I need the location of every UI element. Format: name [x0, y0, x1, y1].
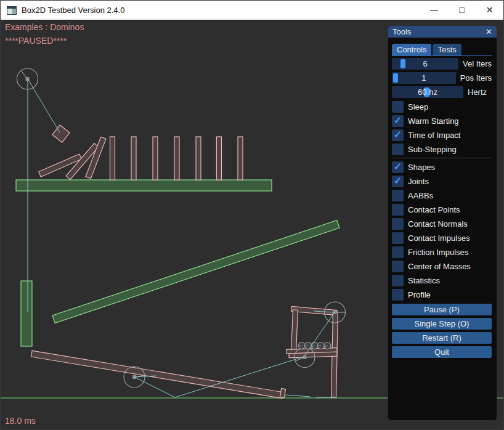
app-icon — [7, 6, 17, 15]
example-label: Examples : Dominos — [5, 22, 84, 32]
slider-value: 1 — [392, 72, 456, 84]
pause-button[interactable]: Pause (P) — [392, 304, 492, 315]
checkbox-row-sub-stepping: Sub-Stepping — [392, 144, 492, 155]
checkbox-label: Sleep — [408, 102, 428, 112]
dynamic-body-rect[interactable] — [153, 137, 158, 180]
checkbox-row-friction-impulses: Friction Impulses — [392, 246, 492, 258]
checkbox-row-statistics: Statistics — [392, 275, 492, 286]
slider-row-vel-iters: 6Vel Iters — [392, 58, 492, 70]
static-body-rect — [16, 180, 272, 191]
single-step-button[interactable]: Single Step (O) — [392, 318, 492, 330]
slider-label: Vel Iters — [463, 59, 492, 68]
checkbox-aabbs[interactable] — [392, 190, 404, 201]
checkbox-shapes[interactable]: ✓ — [392, 161, 404, 173]
dynamic-body-rect[interactable] — [291, 310, 298, 352]
tools-close-icon[interactable]: ✕ — [486, 26, 492, 38]
slider-row-hertz: 60 hzHertz — [392, 86, 492, 98]
checkbox-row-center-of-masses: Center of Masses — [392, 261, 492, 272]
quit-button[interactable]: Quit — [392, 346, 492, 358]
frame-time-label: 18.0 ms — [5, 416, 36, 426]
dynamic-body-rect[interactable] — [174, 137, 179, 180]
checkbox-statistics[interactable] — [392, 275, 404, 286]
check-icon: ✓ — [394, 161, 402, 172]
dynamic-body-rect[interactable] — [217, 137, 222, 180]
window-title: Box2D Testbed Version 2.4.0 — [22, 6, 124, 15]
tools-panel: Tools ✕ ControlsTests 6Vel Iters1Pos Ite… — [388, 25, 497, 421]
check-icon: ✓ — [394, 129, 402, 140]
checkbox-row-contact-normals: Contact Normals — [392, 218, 492, 230]
solver-checkboxes: Sleep✓Warm Starting✓Time of ImpactSub-St… — [392, 101, 492, 155]
maximize-button[interactable]: □ — [448, 1, 476, 20]
slider-pos-iters[interactable]: 1 — [392, 72, 456, 84]
checkbox-label: AABBs — [408, 191, 433, 200]
checkbox-row-contact-points: Contact Points — [392, 204, 492, 216]
slider-label: Hertz — [468, 87, 487, 97]
checkbox-row-time-of-impact: ✓Time of Impact — [392, 129, 492, 141]
check-icon: ✓ — [394, 176, 402, 186]
simulation-canvas[interactable]: Examples : Dominos ****PAUSED**** 18.0 m… — [1, 20, 504, 430]
checkbox-label: Profile — [408, 290, 431, 299]
checkbox-profile[interactable] — [392, 289, 404, 301]
minimize-button[interactable]: — — [420, 1, 448, 20]
checkbox-joints[interactable]: ✓ — [392, 176, 404, 187]
checkbox-label: Contact Impulses — [408, 233, 469, 243]
app-window: Box2D Testbed Version 2.4.0 — □ ✕ Exampl… — [0, 0, 504, 430]
dynamic-body-rect[interactable] — [280, 389, 285, 398]
dynamic-body-rect[interactable] — [110, 137, 115, 180]
checkbox-time-of-impact[interactable]: ✓ — [392, 129, 404, 141]
checkbox-friction-impulses[interactable] — [392, 246, 404, 258]
checkbox-sleep[interactable] — [392, 101, 404, 113]
checkbox-warm-starting[interactable]: ✓ — [392, 115, 404, 127]
slider-value: 6 — [392, 58, 458, 70]
action-buttons: Pause (P)Single Step (O)Restart (R)Quit — [392, 304, 492, 358]
checkbox-label: Center of Masses — [408, 262, 471, 271]
tab-bar: ControlsTests — [392, 44, 492, 56]
checkbox-label: Friction Impulses — [408, 248, 468, 257]
close-button[interactable]: ✕ — [476, 1, 503, 20]
dynamic-body-rect[interactable] — [131, 137, 136, 180]
tab-tests[interactable]: Tests — [433, 44, 461, 55]
checkbox-center-of-masses[interactable] — [392, 261, 404, 272]
checkbox-label: Time of Impact — [408, 131, 460, 140]
window-titlebar[interactable]: Box2D Testbed Version 2.4.0 — □ ✕ — [1, 1, 504, 20]
checkbox-row-warm-starting: ✓Warm Starting — [392, 115, 492, 127]
dynamic-body-rect[interactable] — [52, 125, 70, 142]
static-body-rect — [21, 281, 32, 346]
dynamic-body-rect[interactable] — [196, 137, 201, 180]
checkbox-row-shapes: ✓Shapes — [392, 161, 492, 173]
joint-line — [28, 79, 60, 132]
checkbox-label: Warm Starting — [408, 116, 459, 126]
paused-label: ****PAUSED**** — [5, 36, 67, 46]
center-marker — [303, 355, 307, 359]
window-controls: — □ ✕ — [420, 1, 503, 20]
draw-checkboxes: ✓Shapes✓JointsAABBsContact PointsContact… — [392, 161, 492, 301]
slider-vel-iters[interactable]: 6 — [392, 58, 458, 70]
restart-button[interactable]: Restart (R) — [392, 332, 492, 344]
slider-group: 6Vel Iters1Pos Iters60 hzHertz — [392, 58, 492, 98]
tools-panel-title: Tools — [392, 27, 411, 36]
checkbox-row-profile: Profile — [392, 289, 492, 301]
checkbox-contact-impulses[interactable] — [392, 232, 404, 244]
slider-value: 60 hz — [392, 86, 463, 98]
checkbox-label: Contact Points — [408, 205, 460, 214]
tools-panel-body: ControlsTests 6Vel Iters1Pos Iters60 hzH… — [388, 44, 497, 358]
checkbox-sub-stepping[interactable] — [392, 144, 404, 155]
checkbox-contact-normals[interactable] — [392, 218, 404, 230]
checkbox-label: Contact Normals — [408, 219, 468, 229]
slider-hertz[interactable]: 60 hz — [392, 86, 463, 98]
joint-line — [285, 395, 311, 397]
slider-row-pos-iters: 1Pos Iters — [392, 72, 492, 84]
checkbox-label: Statistics — [408, 276, 440, 285]
dynamic-body-rect[interactable] — [31, 351, 283, 398]
checkbox-label: Sub-Stepping — [408, 145, 457, 154]
checkbox-row-contact-impulses: Contact Impulses — [392, 232, 492, 244]
joint-line — [134, 377, 175, 397]
check-icon: ✓ — [394, 115, 402, 126]
dynamic-body-rect[interactable] — [238, 137, 243, 180]
checkbox-contact-points[interactable] — [392, 204, 404, 216]
tools-panel-titlebar[interactable]: Tools ✕ — [388, 26, 497, 38]
checkbox-label: Shapes — [408, 163, 435, 172]
tab-controls[interactable]: Controls — [392, 44, 431, 55]
checkbox-row-aabbs: AABBs — [392, 190, 492, 201]
checkbox-row-joints: ✓Joints — [392, 176, 492, 187]
